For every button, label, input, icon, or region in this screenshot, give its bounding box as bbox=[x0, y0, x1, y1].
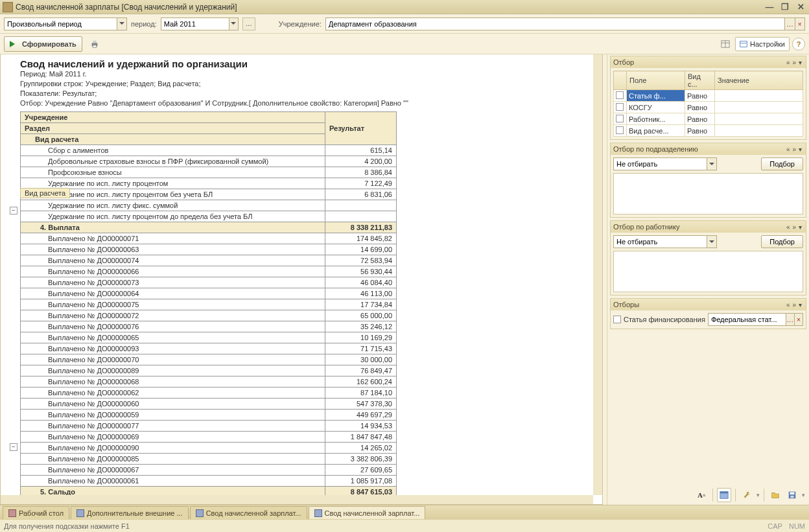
table-row[interactable]: Выплачено № ДО00000059449 697,29 bbox=[21, 410, 397, 421]
table-row[interactable]: Выплачено № ДО0000007265 000,00 bbox=[21, 310, 397, 321]
table-row[interactable]: Выплачено № ДО0000007346 084,40 bbox=[21, 277, 397, 288]
table-row[interactable]: Выплачено № ДО0000007030 000,00 bbox=[21, 354, 397, 365]
table-row[interactable]: Сбор с алиментов615,14 bbox=[21, 145, 397, 156]
filter-row[interactable]: КОСГУРавно bbox=[614, 102, 803, 113]
checkbox[interactable] bbox=[616, 91, 624, 99]
emp-combo[interactable] bbox=[613, 235, 717, 248]
vertical-scrollbar[interactable] bbox=[593, 54, 602, 495]
table-row[interactable]: Выплачено № ДО0000007635 246,12 bbox=[21, 321, 397, 332]
table-row[interactable]: Выплачено № ДО0000006510 169,29 bbox=[21, 332, 397, 343]
clear-icon[interactable]: × bbox=[794, 314, 803, 325]
close-button[interactable]: ✕ bbox=[795, 3, 806, 12]
table-view-button[interactable] bbox=[718, 37, 733, 51]
chevron-down-icon[interactable] bbox=[707, 158, 716, 170]
employee-filter-panel: Отбор по работнику «»▾ Подбор bbox=[610, 220, 806, 295]
panel-prev-icon[interactable]: « bbox=[785, 59, 791, 66]
font-button[interactable]: A≡ bbox=[694, 488, 709, 502]
collapse-icon[interactable]: − bbox=[10, 207, 18, 214]
table-row[interactable]: Выплачено № ДО000000691 847 847,48 bbox=[21, 432, 397, 443]
horizontal-scrollbar[interactable] bbox=[1, 495, 593, 504]
period-dropdown-icon[interactable] bbox=[229, 18, 238, 30]
svg-rect-1 bbox=[93, 40, 96, 43]
table-row[interactable]: Удержание по исп. листу процентом7 122,4… bbox=[21, 178, 397, 189]
panel-menu-icon[interactable]: ▾ bbox=[797, 59, 803, 66]
emp-pick-button[interactable]: Подбор bbox=[761, 235, 803, 248]
wrench-button[interactable] bbox=[740, 488, 754, 502]
table-row[interactable]: Выплачено № ДО00000071174 845,82 bbox=[21, 233, 397, 244]
filter-row[interactable]: Статья ф...Равно bbox=[614, 90, 803, 102]
emp-list[interactable] bbox=[613, 251, 803, 292]
minimize-button[interactable]: — bbox=[764, 3, 775, 12]
period-type-combo[interactable] bbox=[4, 17, 127, 30]
period-input[interactable] bbox=[161, 18, 229, 30]
open-button[interactable] bbox=[768, 488, 782, 502]
dept-list[interactable] bbox=[613, 173, 803, 214]
window-tab[interactable]: Свод начисленной зарплат... bbox=[309, 506, 426, 519]
table-row[interactable]: Удержание по исп. листу фикс. суммой bbox=[21, 200, 397, 211]
table-row[interactable]: Выплачено № ДО0000006314 699,00 bbox=[21, 244, 397, 255]
col-value[interactable]: Значение bbox=[715, 71, 803, 90]
table-row[interactable]: Удержание по исп. листу процентом без уч… bbox=[21, 189, 397, 200]
table-row[interactable]: Выплачено № ДО0000006446 113,00 bbox=[21, 288, 397, 299]
tab-icon bbox=[314, 509, 322, 517]
chevron-down-icon[interactable] bbox=[707, 236, 716, 248]
dept-pick-button[interactable]: Подбор bbox=[761, 157, 803, 170]
period-type-dropdown-icon[interactable] bbox=[117, 18, 126, 30]
checkbox[interactable] bbox=[616, 126, 624, 134]
window-tab[interactable]: Рабочий стол bbox=[3, 506, 69, 519]
collapse-icon[interactable]: − bbox=[10, 443, 18, 451]
period-combo[interactable] bbox=[161, 17, 239, 30]
selections-panel: Отборы «»▾ Статья финансирования … × bbox=[610, 298, 806, 329]
checkbox[interactable] bbox=[616, 115, 624, 122]
table-row[interactable]: Выплачено № ДО000000611 085 917,08 bbox=[21, 476, 397, 487]
table-row[interactable]: Выплачено № ДО0000006287 184,10 bbox=[21, 387, 397, 399]
settings-button[interactable]: Настройки bbox=[735, 37, 790, 51]
panel-next-icon[interactable]: » bbox=[791, 59, 797, 66]
table-row[interactable]: Выплачено № ДО00000060547 378,30 bbox=[21, 399, 397, 410]
table-row[interactable]: Выплачено № ДО0000008976 849,47 bbox=[21, 365, 397, 376]
window-tab[interactable]: Дополнительные внешние ... bbox=[71, 506, 189, 519]
params-toolbar: период: … Учреждение: … × bbox=[0, 14, 809, 34]
filter-table[interactable]: Поле Вид с... Значение Статья ф...РавноК… bbox=[613, 71, 803, 137]
filter-row[interactable]: Вид расче...Равно bbox=[614, 125, 803, 137]
org-picker-icon[interactable]: … bbox=[784, 18, 794, 30]
save-button[interactable] bbox=[785, 488, 799, 502]
filter-row[interactable]: Работник...Равно bbox=[614, 113, 803, 125]
org-clear-icon[interactable]: × bbox=[795, 18, 804, 30]
print-button[interactable] bbox=[88, 37, 102, 51]
help-button[interactable]: ? bbox=[792, 38, 805, 51]
table-row[interactable]: 4. Выплата8 338 211,83 bbox=[21, 222, 397, 233]
table-row[interactable]: Выплачено № ДО0000006656 930,44 bbox=[21, 266, 397, 277]
checkbox[interactable] bbox=[616, 103, 624, 111]
table-row[interactable]: Добровольные страховые взносы в ПФР (фик… bbox=[21, 156, 397, 167]
dept-combo[interactable] bbox=[613, 157, 717, 170]
layout-button[interactable] bbox=[717, 488, 731, 502]
table-row[interactable]: Выплачено № ДО0000009014 265,02 bbox=[21, 443, 397, 454]
table-row[interactable]: Выплачено № ДО000000853 382 806,39 bbox=[21, 454, 397, 465]
table-row[interactable]: Удержание по исп. листу процентом до пре… bbox=[21, 211, 397, 222]
window-tab[interactable]: Свод начисленной зарплат... bbox=[190, 506, 307, 519]
table-row[interactable]: Выплачено № ДО00000068162 600,24 bbox=[21, 376, 397, 387]
table-row[interactable]: Профсоюзные взносы8 386,84 bbox=[21, 167, 397, 178]
period-picker-button[interactable]: … bbox=[242, 17, 255, 30]
restore-button[interactable]: ❐ bbox=[779, 3, 791, 12]
table-row[interactable]: Выплачено № ДО0000006727 609,65 bbox=[21, 465, 397, 476]
caps-indicator: CAP bbox=[768, 522, 782, 530]
sel-checkbox[interactable] bbox=[613, 316, 621, 323]
table-row[interactable]: Выплачено № ДО0000007714 934,53 bbox=[21, 421, 397, 432]
table-row[interactable]: Выплачено № ДО0000007472 583,94 bbox=[21, 255, 397, 266]
generate-button[interactable]: Сформировать bbox=[4, 36, 82, 52]
col-comparison[interactable]: Вид с... bbox=[685, 71, 715, 90]
table-row[interactable]: Выплачено № ДО0000007517 734,84 bbox=[21, 299, 397, 310]
filter-title: Отбор bbox=[613, 58, 785, 66]
bottom-toolbar: A≡ ▾ ▾ bbox=[607, 485, 809, 505]
col-field[interactable]: Поле bbox=[627, 71, 685, 90]
org-combo[interactable]: … × bbox=[325, 17, 805, 30]
org-input[interactable] bbox=[326, 18, 784, 30]
period-type-input[interactable] bbox=[5, 18, 117, 30]
ellipsis-icon[interactable]: … bbox=[786, 314, 794, 325]
tab-icon bbox=[76, 509, 84, 517]
svg-rect-2 bbox=[93, 45, 96, 47]
sel-combo[interactable]: … × bbox=[708, 313, 803, 326]
table-row[interactable]: Выплачено № ДО0000009371 715,43 bbox=[21, 343, 397, 354]
